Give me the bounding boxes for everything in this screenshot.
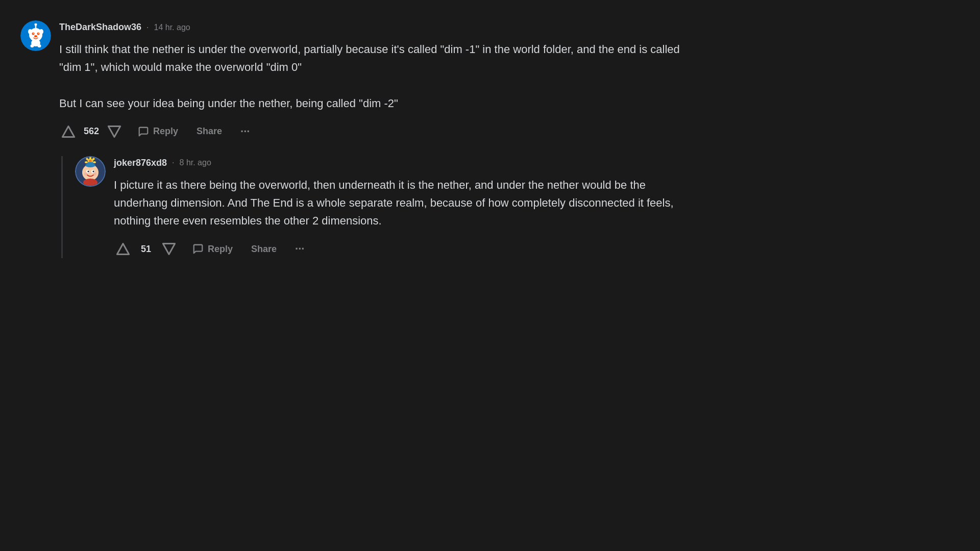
svg-point-30 <box>93 170 94 172</box>
comment-time: 8 hr. ago <box>180 157 211 169</box>
more-button[interactable]: ··· <box>291 240 308 258</box>
nested-comment-inner: joker876xd8 · 8 hr. ago I picture it as … <box>75 156 694 259</box>
comment-paragraph-1: I still think that the nether is under t… <box>59 40 694 76</box>
comment-separator: · <box>172 157 174 169</box>
share-button[interactable]: Share <box>192 124 226 139</box>
svg-point-3 <box>39 29 43 34</box>
svg-point-10 <box>31 44 34 47</box>
comment-header: joker876xd8 · 8 hr. ago <box>114 156 694 170</box>
reply-button[interactable]: Reply <box>134 124 182 139</box>
nested-comment-body: joker876xd8 · 8 hr. ago I picture it as … <box>114 156 694 259</box>
nested-comment-container: joker876xd8 · 8 hr. ago I picture it as … <box>61 156 694 259</box>
svg-point-2 <box>28 29 32 34</box>
svg-point-29 <box>88 170 89 172</box>
comment-text: I picture it as there being the overworl… <box>114 176 694 230</box>
vote-section: 51 <box>114 240 178 258</box>
svg-rect-26 <box>87 162 93 166</box>
downvote-button[interactable] <box>105 122 124 141</box>
share-label: Share <box>251 244 277 255</box>
svg-point-6 <box>33 33 34 34</box>
comment-header: TheDarkShadow36 · 14 hr. ago <box>59 20 694 34</box>
svg-point-32 <box>93 172 96 176</box>
comment-author: joker876xd8 <box>114 156 167 170</box>
vote-section: 562 <box>59 122 124 141</box>
comment-separator: · <box>146 21 149 34</box>
comment-author: TheDarkShadow36 <box>59 20 141 34</box>
vote-count: 562 <box>84 124 99 138</box>
share-label: Share <box>197 126 222 137</box>
svg-marker-14 <box>62 126 74 137</box>
comment-actions: 562 Reply Share ··· <box>59 122 694 141</box>
vote-count: 51 <box>138 242 154 256</box>
svg-marker-15 <box>108 126 120 137</box>
comments-container: TheDarkShadow36 · 14 hr. ago I still thi… <box>0 10 715 268</box>
comment-actions: 51 Reply Share <box>114 240 694 258</box>
reply-label: Reply <box>208 244 233 255</box>
more-button[interactable]: ··· <box>236 123 254 140</box>
svg-point-11 <box>38 44 41 47</box>
reply-button[interactable]: Reply <box>188 241 237 257</box>
comment-time: 14 hr. ago <box>154 21 190 34</box>
svg-point-8 <box>34 35 37 37</box>
svg-marker-34 <box>117 244 129 255</box>
nested-comment-paragraph: I picture it as there being the overworl… <box>114 176 694 230</box>
upvote-button[interactable] <box>114 240 132 258</box>
avatar <box>75 156 106 187</box>
comment-body: TheDarkShadow36 · 14 hr. ago I still thi… <box>59 20 694 141</box>
comment-item: TheDarkShadow36 · 14 hr. ago I still thi… <box>20 20 694 141</box>
reply-label: Reply <box>153 126 178 137</box>
comment-paragraph-2: But I can see your idea being under the … <box>59 94 694 112</box>
avatar <box>20 20 51 51</box>
upvote-button[interactable] <box>59 122 78 141</box>
comment-text: I still think that the nether is under t… <box>59 40 694 112</box>
svg-point-31 <box>84 172 87 176</box>
downvote-button[interactable] <box>160 240 178 258</box>
svg-point-7 <box>38 33 39 34</box>
svg-marker-35 <box>163 244 175 255</box>
share-button[interactable]: Share <box>247 242 281 257</box>
